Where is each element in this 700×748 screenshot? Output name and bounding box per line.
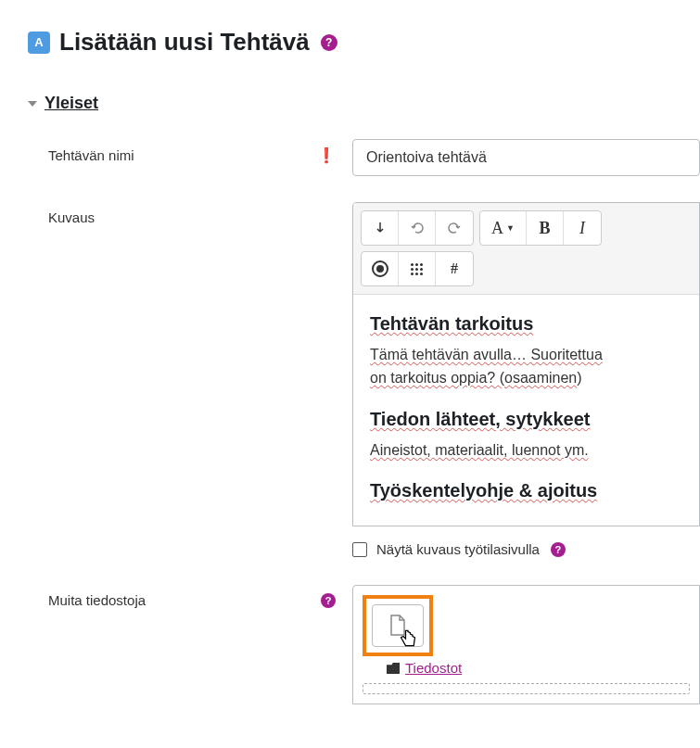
required-icon: ❗ bbox=[317, 146, 336, 164]
label-col: Muita tiedostoja ? bbox=[28, 585, 352, 608]
toolbar-hash-button[interactable]: # bbox=[436, 252, 473, 285]
label-col: Kuvaus bbox=[28, 202, 352, 225]
show-description-row: Näytä kuvaus työtilasivulla ? bbox=[352, 541, 700, 557]
field-row-name: Tehtävän nimi ❗ bbox=[28, 139, 700, 176]
folder-icon bbox=[387, 663, 400, 674]
undo-icon bbox=[410, 221, 425, 235]
grid-icon bbox=[411, 263, 423, 275]
page-title: Lisätään uusi Tehtävä bbox=[59, 28, 310, 57]
redo-icon bbox=[447, 221, 462, 235]
italic-label: I bbox=[579, 219, 585, 238]
file-drop-zone[interactable] bbox=[363, 683, 690, 694]
field-row-files: Muita tiedostoja ? Tiedostot bbox=[28, 585, 700, 704]
description-label: Kuvaus bbox=[48, 209, 95, 225]
name-label: Tehtävän nimi bbox=[48, 147, 134, 163]
editor-toolbar: A ▼ B I # bbox=[353, 203, 699, 295]
font-a-label: A bbox=[491, 219, 503, 238]
toolbar-bold-button[interactable]: B bbox=[527, 211, 564, 245]
toolbar-expand-button[interactable] bbox=[362, 211, 399, 245]
toolbar-grid-button[interactable] bbox=[399, 252, 436, 285]
toolbar-redo-button[interactable] bbox=[436, 211, 473, 245]
editor-heading-3: Työskentelyohje & ajoitus bbox=[370, 480, 597, 501]
toolbar-undo-button[interactable] bbox=[399, 211, 436, 245]
page-header: A Lisätään uusi Tehtävä ? bbox=[28, 28, 700, 57]
field-row-description: Kuvaus A ▼ bbox=[28, 202, 700, 557]
hash-label: # bbox=[451, 260, 458, 277]
editor-text: Tämä tehtävän avulla… Suoritettua bbox=[370, 347, 603, 362]
accessibility-icon bbox=[372, 260, 388, 277]
editor-heading-1: Tehtävän tarkoitus bbox=[370, 313, 533, 334]
editor-heading-2: Tiedon lähteet, sytykkeet bbox=[370, 409, 591, 429]
add-file-button[interactable] bbox=[372, 604, 424, 647]
files-tab-label: Tiedostot bbox=[405, 660, 462, 676]
help-icon[interactable]: ? bbox=[321, 593, 336, 608]
editor-text: on tarkoitus oppia? (osaaminen) bbox=[370, 370, 582, 386]
assignment-icon: A bbox=[28, 32, 50, 54]
bold-label: B bbox=[539, 219, 550, 238]
chevron-down-icon bbox=[28, 101, 37, 107]
show-description-label: Näytä kuvaus työtilasivulla bbox=[376, 541, 540, 557]
help-icon[interactable]: ? bbox=[321, 34, 337, 51]
files-label: Muita tiedostoja bbox=[48, 592, 146, 608]
files-tab[interactable]: Tiedostot bbox=[387, 660, 690, 676]
section-general-toggle[interactable]: Yleiset bbox=[28, 94, 700, 113]
tutorial-highlight bbox=[363, 595, 433, 656]
name-input[interactable] bbox=[352, 139, 700, 176]
section-general-title: Yleiset bbox=[45, 94, 98, 113]
show-description-checkbox[interactable] bbox=[352, 542, 367, 557]
rich-text-editor: A ▼ B I # bbox=[352, 202, 700, 526]
toolbar-accessibility-button[interactable] bbox=[362, 252, 399, 285]
cursor-hand-icon bbox=[399, 628, 417, 650]
label-col: Tehtävän nimi ❗ bbox=[28, 139, 352, 164]
toolbar-italic-button[interactable]: I bbox=[564, 211, 601, 245]
help-icon[interactable]: ? bbox=[551, 542, 566, 557]
editor-content-area[interactable]: Tehtävän tarkoitus Tämä tehtävän avulla…… bbox=[353, 295, 699, 526]
editor-text: Aineistot, materiaalit, luennot ym. bbox=[370, 442, 589, 458]
file-picker: Tiedostot bbox=[352, 585, 700, 704]
expand-down-icon bbox=[373, 221, 388, 235]
toolbar-paragraph-button[interactable]: A ▼ bbox=[480, 211, 527, 245]
